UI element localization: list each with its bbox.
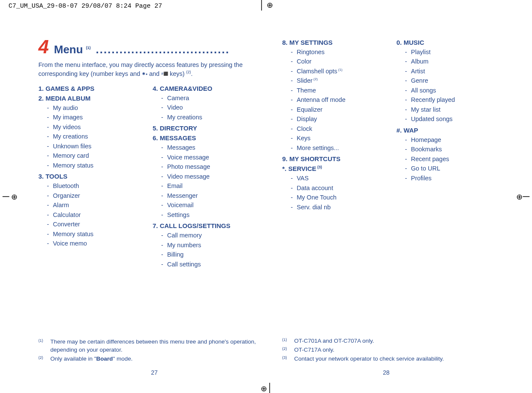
menu-item: Updated songs <box>405 114 502 124</box>
menu-item: Camera <box>161 93 259 103</box>
menu-item-list: BluetoothOrganizerAlarmCalculatorConvert… <box>47 181 144 248</box>
footnote-text: OT-C717A only. <box>294 346 334 354</box>
menu-item: My creations <box>161 113 259 122</box>
menu-item: Recently played <box>405 95 502 104</box>
menu-item-list: RingtonesColorClamshell opts (1)Slider (… <box>291 47 388 153</box>
menu-item: Settings <box>161 210 259 220</box>
menu-item: Video <box>161 103 259 112</box>
menu-item: Slider (2) <box>291 76 388 85</box>
menu-item: Organizer <box>47 191 144 200</box>
footnote-text: There may be certain differences between… <box>50 338 259 354</box>
menu-item: Video message <box>161 172 259 181</box>
footnotes-right: (1)OT-C701A and OT-C707A only.(2)OT-C717… <box>282 337 503 364</box>
menu-item: Artist <box>405 66 502 76</box>
menu-item: My numbers <box>161 240 259 250</box>
footnote-text: OT-C701A and OT-C707A only. <box>294 337 374 345</box>
crop-mark-top-icon: │ <box>259 0 273 9</box>
footnote: (1)There may be certain differences betw… <box>38 338 259 354</box>
menu-item: Billing <box>161 250 259 259</box>
footnote-mark: (3) <box>282 355 288 363</box>
footnote: (2)Only available in "Board" mode. <box>38 355 259 363</box>
menu-section-title: 3. TOOLS <box>38 173 144 180</box>
footnote: (2)OT-C717A only. <box>282 346 503 354</box>
footnote-text: Only available in "Board" mode. <box>50 355 133 363</box>
menu-item: Clamshell opts (1) <box>291 66 388 76</box>
menu-item: VAS <box>291 173 388 183</box>
menu-item-list: MessagesVoice messagePhoto messageVideo … <box>161 143 259 220</box>
menu-item-list: Call memoryMy numbersBillingCall setting… <box>161 231 259 269</box>
menu-item: My audio <box>47 103 144 113</box>
menu-item: My One Touch <box>291 193 388 202</box>
right-page-col-2: 0. MUSICPlaylistAlbumArtistGenreAll song… <box>396 36 502 376</box>
footnote: (3)Contact your network operator to chec… <box>282 355 503 363</box>
chapter-title: Menu (1) <box>54 43 90 56</box>
menu-item-list: VASData accountMy One TouchServ. dial nb <box>291 173 388 212</box>
menu-item: Memory card <box>47 151 144 160</box>
left-page-col-1: 1. GAMES & APPS2. MEDIA ALBUMMy audioMy … <box>38 82 144 376</box>
footnote-text: Contact your network operator to check s… <box>294 355 444 363</box>
menu-item: Voicemail <box>161 200 259 210</box>
print-header-text: C7_UM_USA_29-08-07 29/08/07 8:24 Page 27 <box>9 3 162 10</box>
menu-item: Memory status <box>47 161 144 170</box>
footnote: (1)OT-C701A and OT-C707A only. <box>282 337 503 345</box>
menu-item: Call memory <box>161 231 259 240</box>
right-page-columns: 8. MY SETTINGSRingtonesColorClamshell op… <box>282 36 503 376</box>
menu-section-title: 7. CALL LOGS/SETTINGS <box>153 222 259 229</box>
menu-section-title: 2. MEDIA ALBUM <box>38 95 144 102</box>
menu-item: Album <box>405 57 502 66</box>
menu-item: Data account <box>291 183 388 193</box>
chapter-number: 4 <box>38 36 49 58</box>
star-key-icon: ✱⬥ <box>142 71 148 76</box>
menu-item: Photo message <box>161 162 259 171</box>
menu-item-list: PlaylistAlbumArtistGenreAll songsRecentl… <box>405 47 502 124</box>
menu-item: Homepage <box>405 135 502 144</box>
footnotes-left: (1)There may be certain differences betw… <box>38 338 259 364</box>
footnote-mark: (1) <box>38 338 44 354</box>
page-left: 4 Menu (1) .............................… <box>38 36 270 376</box>
menu-item: Profiles <box>405 173 502 183</box>
menu-item: Theme <box>291 86 388 95</box>
page-right: 8. MY SETTINGSRingtonesColorClamshell op… <box>270 36 503 376</box>
menu-item: More settings... <box>291 143 388 153</box>
menu-item: Antenna off mode <box>291 95 388 104</box>
chapter-dots: .................................. <box>96 43 259 56</box>
menu-item: Call settings <box>161 260 259 269</box>
menu-item: Email <box>161 181 259 191</box>
menu-item: Voice message <box>161 153 259 162</box>
menu-item: Bookmarks <box>405 144 502 154</box>
menu-item: Serv. dial nb <box>291 202 388 212</box>
menu-item: Bluetooth <box>47 181 144 191</box>
menu-section-title: *. SERVICE (3) <box>282 165 388 172</box>
menu-item: Keys <box>291 133 388 143</box>
menu-item: Messenger <box>161 191 259 200</box>
menu-item: Unknown files <box>47 142 144 151</box>
menu-item: Equalizer <box>291 105 388 114</box>
menu-section-title: 4. CAMERA&VIDEO <box>153 85 259 92</box>
left-page-columns: 1. GAMES & APPS2. MEDIA ALBUMMy audioMy … <box>38 82 259 376</box>
menu-item: Recent pages <box>405 154 502 164</box>
menu-item: Voice memo <box>47 239 144 248</box>
menu-item: My videos <box>47 122 144 132</box>
menu-item: Memory status <box>47 229 144 239</box>
menu-section-title: 0. MUSIC <box>396 39 502 46</box>
menu-section-title: 6. MESSAGES <box>153 134 259 142</box>
intro-text: From the menu interface, you may directl… <box>38 61 259 78</box>
page-number-left: 27 <box>151 369 158 376</box>
menu-item: My creations <box>47 132 144 141</box>
menu-item: Converter <box>47 220 144 229</box>
menu-item-list: CameraVideoMy creations <box>161 93 259 122</box>
menu-item: Display <box>291 114 388 124</box>
menu-section-title: 9. MY SHORTCUTS <box>282 155 388 162</box>
menu-item: Playlist <box>405 47 502 57</box>
crop-mark-right-icon: ─ <box>515 192 529 201</box>
crop-mark-bottom-icon: │ <box>259 384 273 393</box>
chapter-heading: 4 Menu (1) .............................… <box>38 36 259 58</box>
menu-item: Color <box>291 57 388 66</box>
menu-item-list: HomepageBookmarksRecent pagesGo to URLPr… <box>405 135 502 183</box>
menu-section-title: 1. GAMES & APPS <box>38 85 144 92</box>
left-page-col-2: 4. CAMERA&VIDEOCameraVideoMy creations5.… <box>153 82 259 376</box>
menu-item: Go to URL <box>405 164 502 173</box>
menu-item: Genre <box>405 76 502 85</box>
footnote-mark: (2) <box>38 355 44 363</box>
menu-section-title: 5. DIRECTORY <box>153 124 259 132</box>
